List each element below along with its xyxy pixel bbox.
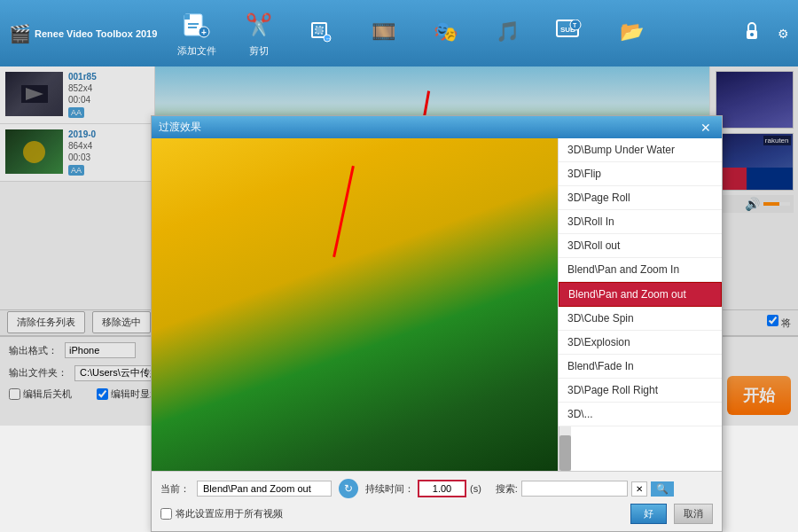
cut-button[interactable]: ✂️ 剪切 (237, 9, 281, 58)
subtitle-button[interactable]: SUB T (547, 16, 591, 51)
svg-rect-2 (188, 23, 199, 25)
list-item-roll-out[interactable]: 3D\Roll out (559, 234, 722, 258)
cut-label: 剪切 (249, 44, 269, 58)
list-item-pan-zoom-out[interactable]: Blend\Pan and Zoom out (559, 282, 722, 307)
duration-input[interactable] (418, 480, 466, 497)
list-item-fade-in[interactable]: Blend\Fade In (559, 355, 722, 379)
duration-section: 持续时间： (s) (365, 480, 481, 497)
dialog-scrollbar[interactable] (559, 426, 571, 471)
current-row: 当前： ↻ 持续时间： (s) 搜索: ✕ 🔍 (160, 479, 713, 498)
app-title: Renee Video Toolbox 2019 (35, 28, 157, 39)
apply-row: 将此设置应用于所有视频 好 取消 (160, 504, 713, 524)
search-label: 搜索: (496, 482, 518, 496)
dialog-preview (152, 138, 558, 471)
music-icon: 🎵 (491, 16, 523, 48)
list-item-bump[interactable]: 3D\Bump Under Water (559, 138, 722, 162)
current-value-input[interactable] (197, 481, 332, 497)
duration-label: 持续时间： (365, 482, 414, 496)
apply-all-option[interactable]: 将此设置应用于所有视频 (160, 507, 283, 520)
svg-text:T: T (573, 22, 577, 28)
ok-button[interactable]: 好 (630, 504, 667, 524)
apply-all-label: 将此设置应用于所有视频 (176, 507, 283, 520)
lock-icon[interactable] (744, 21, 760, 45)
app-logo-icon: 🎬 (9, 23, 31, 44)
effects-icon: 🎭 (429, 16, 461, 48)
effects-button[interactable]: 🎭 (423, 16, 467, 51)
svg-marker-1 (184, 14, 190, 20)
dialog-bottom: 当前： ↻ 持续时间： (s) 搜索: ✕ 🔍 (152, 471, 722, 531)
search-input[interactable] (521, 481, 628, 497)
dialog-overlay: 过渡效果 ✕ 3D\Bump Under W (0, 66, 798, 426)
svg-point-15 (750, 33, 754, 36)
transition-dialog: 过渡效果 ✕ 3D\Bump Under W (151, 115, 723, 532)
list-item-explosion[interactable]: 3D\Explosion (559, 331, 722, 355)
svg-text:↔: ↔ (325, 35, 332, 42)
toolbar: 🎬 Renee Video Toolbox 2019 + 添加文件 ✂️ 剪切 (0, 0, 798, 66)
folder-button[interactable]: 📂 (609, 16, 653, 51)
crop-button[interactable]: ↔ (299, 16, 343, 51)
film-icon: 🎞️ (367, 16, 399, 48)
dialog-list-panel: 3D\Bump Under Water 3D\Flip 3D\Page Roll… (558, 138, 722, 471)
list-item-page-roll-right[interactable]: 3D\Page Roll Right (559, 379, 722, 403)
subtitle-icon: SUB T (553, 16, 585, 48)
add-file-button[interactable]: + 添加文件 (175, 9, 219, 58)
svg-rect-7 (316, 27, 323, 34)
cancel-button[interactable]: 取消 (674, 504, 713, 524)
dialog-titlebar: 过渡效果 ✕ (152, 116, 722, 138)
folder-icon: 📂 (615, 16, 647, 48)
list-item-more[interactable]: 3D\... (559, 403, 722, 426)
dialog-title: 过渡效果 (159, 120, 201, 135)
list-item-roll-in[interactable]: 3D\Roll In (559, 210, 722, 234)
dialog-scrollbar-thumb[interactable] (559, 435, 571, 471)
list-item-page-roll[interactable]: 3D\Page Roll (559, 186, 722, 210)
music-button[interactable]: 🎵 (485, 16, 529, 51)
settings-icon[interactable]: ⚙ (778, 27, 789, 41)
add-file-label: 添加文件 (177, 44, 216, 58)
dialog-preview-image (152, 138, 558, 471)
current-label: 当前： (160, 482, 190, 496)
add-file-icon: + (181, 9, 213, 41)
svg-rect-3 (188, 27, 197, 28)
list-item-flip[interactable]: 3D\Flip (559, 162, 722, 186)
list-item-cube-spin[interactable]: 3D\Cube Spin (559, 307, 722, 331)
list-item-pan-zoom-in[interactable]: Blend\Pan and Zoom In (559, 258, 722, 282)
search-clear-button[interactable]: ✕ (631, 481, 647, 497)
film-button[interactable]: 🎞️ (361, 16, 405, 51)
duration-unit: (s) (470, 483, 481, 494)
crop-icon: ↔ (305, 16, 337, 48)
search-go-button[interactable]: 🔍 (651, 481, 674, 497)
dialog-close-button[interactable]: ✕ (697, 121, 715, 135)
cut-icon: ✂️ (243, 9, 275, 41)
dialog-transition-list: 3D\Bump Under Water 3D\Flip 3D\Page Roll… (559, 138, 722, 426)
search-section: 搜索: ✕ 🔍 (496, 481, 674, 497)
dialog-body: 3D\Bump Under Water 3D\Flip 3D\Page Roll… (152, 138, 722, 471)
svg-text:+: + (201, 27, 207, 37)
refresh-button[interactable]: ↻ (339, 479, 358, 498)
apply-all-checkbox[interactable] (160, 508, 172, 520)
